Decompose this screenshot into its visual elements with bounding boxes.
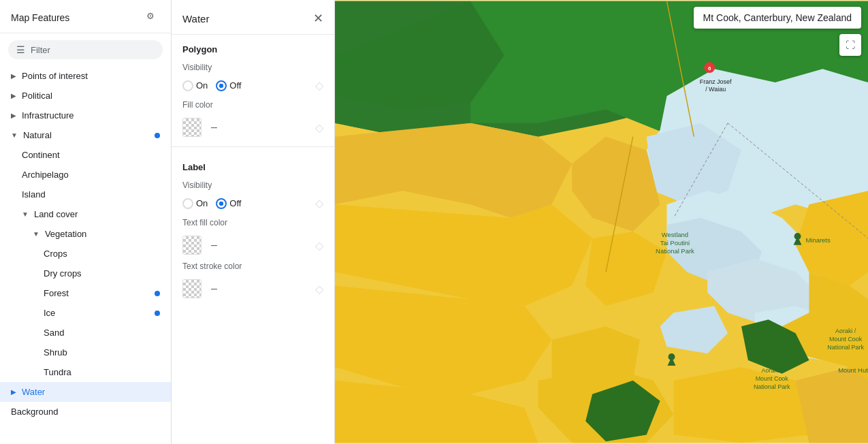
- chevron-down-icon: ▼: [22, 210, 29, 218]
- text-stroke-color-row: – ◇: [172, 275, 334, 302]
- sidebar-item-points-of-interest[interactable]: ▶ Points of interest: [0, 66, 171, 86]
- sidebar-item-label: Crops: [44, 249, 67, 259]
- sidebar-item-label: Natural: [23, 130, 52, 140]
- sidebar-item-label: Water: [22, 387, 45, 397]
- polygon-visibility-label: Visibility: [172, 60, 334, 76]
- sidebar-item-archipelago[interactable]: Archipelago: [0, 165, 171, 185]
- sidebar-item-vegetation[interactable]: ▼ Vegetation: [0, 224, 171, 244]
- sidebar-item-label: Infrastructure: [22, 110, 74, 121]
- chevron-right-icon: ▶: [11, 112, 16, 119]
- sidebar-item-political[interactable]: ▶ Political: [0, 86, 171, 106]
- label-minarets: Minarets: [805, 236, 830, 244]
- label-aoraki2-2: Mount Cook: [756, 375, 789, 382]
- sidebar-item-background[interactable]: Background: [0, 402, 171, 422]
- sidebar-item-continent[interactable]: Continent: [0, 145, 171, 165]
- sidebar-item-tundra[interactable]: Tundra: [0, 362, 171, 382]
- panel-header: Map Features ⚙: [0, 0, 171, 33]
- fullscreen-icon: ⛶: [846, 39, 855, 50]
- fill-color-swatch[interactable]: [182, 118, 202, 137]
- map-area: 6 WEST COAST CANTERBURY WEST COAST CANTE…: [335, 0, 868, 444]
- sidebar-item-label: Ice: [44, 308, 55, 318]
- sidebar-item-label: Background: [11, 407, 58, 417]
- label-aoraki2-1: Aoraki /: [762, 367, 783, 374]
- filter-label: Filter: [31, 45, 50, 55]
- fullscreen-button[interactable]: ⛶: [839, 34, 861, 56]
- radio-on-circle: [182, 198, 193, 209]
- label-visibility-row: On Off ◇: [172, 194, 334, 215]
- filter-bar[interactable]: ☰ Filter: [8, 40, 163, 59]
- radio-on-label: On: [196, 198, 208, 208]
- text-fill-color-value: –: [208, 239, 308, 251]
- sidebar-item-label: Continent: [22, 150, 60, 160]
- label-section-title: Label: [172, 153, 334, 178]
- text-fill-color-label: Text fill color: [172, 215, 334, 232]
- radio-off-label: Off: [229, 198, 241, 208]
- sidebar-item-label: Tundra: [44, 367, 71, 377]
- search-bar[interactable]: Mt Cook, Canterbury, New Zealand: [694, 7, 861, 29]
- left-panel: Map Features ⚙ ☰ Filter ▶ Points of inte…: [0, 0, 172, 444]
- mid-panel-title: Water: [182, 13, 209, 25]
- sidebar-item-crops[interactable]: Crops: [0, 244, 171, 264]
- polygon-visibility-row: On Off ◇: [172, 76, 334, 97]
- sidebar-item-label: Political: [22, 91, 52, 101]
- gear-icon[interactable]: ⚙: [146, 11, 160, 25]
- diamond-icon[interactable]: ◇: [315, 197, 323, 210]
- text-stroke-color-swatch[interactable]: [182, 279, 202, 298]
- diamond-icon[interactable]: ◇: [315, 239, 323, 252]
- panel-title: Map Features: [11, 12, 69, 23]
- label-aoraki2-3: National Park: [754, 383, 790, 390]
- svg-point-33: [794, 233, 801, 240]
- diamond-icon[interactable]: ◇: [315, 121, 323, 134]
- diamond-icon[interactable]: ◇: [315, 79, 323, 92]
- fill-color-row: – ◇: [172, 114, 334, 141]
- chevron-right-icon: ▶: [11, 92, 16, 99]
- polygon-visibility-group: On Off: [182, 80, 311, 91]
- radio-on-label: On: [196, 80, 208, 91]
- sidebar-item-natural[interactable]: ▼ Natural: [0, 125, 171, 145]
- map-pin-number: 6: [708, 65, 711, 72]
- diamond-icon[interactable]: ◇: [315, 283, 323, 296]
- label-visibility-on[interactable]: On: [182, 198, 208, 209]
- text-fill-color-swatch[interactable]: [182, 236, 202, 255]
- sidebar-item-label: Island: [22, 189, 46, 200]
- radio-off-label: Off: [229, 80, 241, 91]
- chevron-right-icon: ▶: [11, 388, 16, 396]
- sidebar-item-sand[interactable]: Sand: [0, 323, 171, 343]
- sidebar-item-land-cover[interactable]: ▼ Land cover: [0, 204, 171, 224]
- label-franz-josef: Franz Josef: [700, 78, 732, 85]
- section-divider: [172, 146, 334, 147]
- label-waiau: / Waiau: [705, 86, 726, 93]
- sidebar-item-label: Sand: [44, 328, 64, 338]
- polygon-visibility-on[interactable]: On: [182, 80, 208, 91]
- park-label-westland: Westland: [662, 231, 688, 238]
- text-stroke-color-label: Text stroke color: [172, 259, 334, 275]
- fill-color-value: –: [208, 121, 308, 133]
- polygon-visibility-off[interactable]: Off: [216, 80, 241, 91]
- sidebar-item-ice[interactable]: Ice: [0, 303, 171, 323]
- label-visibility-label: Visibility: [172, 178, 334, 194]
- sidebar-item-label: Dry crops: [44, 268, 82, 279]
- mid-panel: Water ✕ Polygon Visibility On Off ◇ Fill…: [172, 0, 335, 444]
- text-fill-color-row: – ◇: [172, 232, 334, 259]
- active-dot: [155, 133, 160, 138]
- text-stroke-color-value: –: [208, 283, 308, 295]
- sidebar-item-shrub[interactable]: Shrub: [0, 343, 171, 362]
- close-icon[interactable]: ✕: [313, 11, 323, 26]
- sidebar-item-water[interactable]: ▶ Water: [0, 382, 171, 402]
- label-visibility-off[interactable]: Off: [216, 198, 241, 209]
- sidebar-item-label: Points of interest: [22, 71, 88, 81]
- nav-list: ▶ Points of interest ▶ Political ▶ Infra…: [0, 66, 171, 422]
- active-dot: [155, 311, 160, 316]
- sidebar-item-label: Vegetation: [45, 229, 86, 239]
- radio-on-circle: [182, 80, 193, 91]
- label-aoraki1-2: Mount Cook: [829, 336, 863, 343]
- polygon-section-title: Polygon: [172, 35, 334, 60]
- radio-off-circle: [216, 198, 227, 209]
- sidebar-item-infrastructure[interactable]: ▶ Infrastructure: [0, 106, 171, 125]
- filter-icon: ☰: [16, 44, 25, 55]
- search-text: Mt Cook, Canterbury, New Zealand: [703, 12, 852, 23]
- sidebar-item-label: Archipelago: [22, 170, 69, 180]
- sidebar-item-dry-crops[interactable]: Dry crops: [0, 264, 171, 283]
- sidebar-item-forest[interactable]: Forest: [0, 283, 171, 303]
- sidebar-item-island[interactable]: Island: [0, 185, 171, 204]
